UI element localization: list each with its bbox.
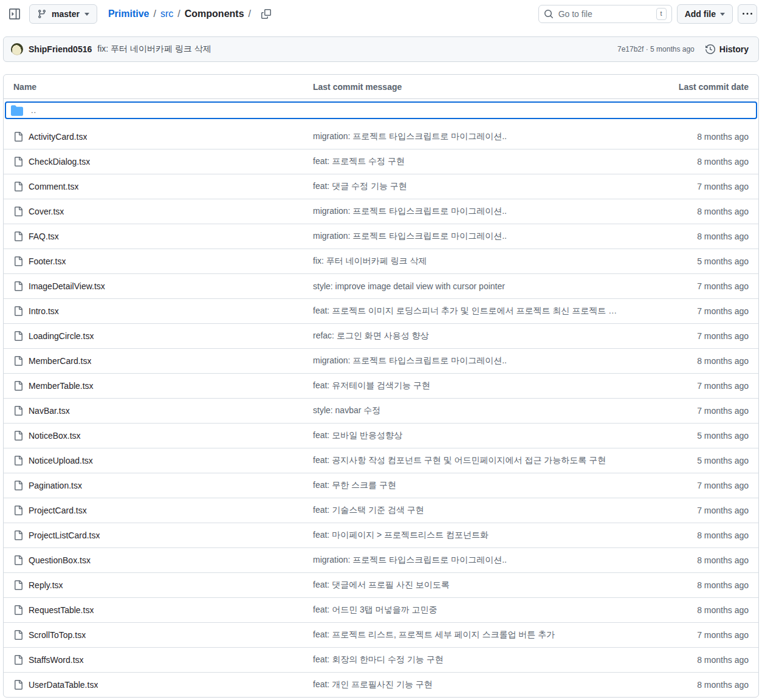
file-name-link[interactable]: StaffsWord.tsx — [29, 655, 84, 665]
table-row[interactable]: FAQ.tsx migration: 프로젝트 타입스크립트로 마이그레이션..… — [4, 224, 758, 249]
table-row[interactable]: ActivityCard.tsx migration: 프로젝트 타입스크립트로… — [4, 124, 758, 149]
table-row[interactable]: StaffsWord.tsx feat: 회장의 한마디 수정 기능 구현 8 … — [4, 647, 758, 672]
table-row[interactable]: CheckDialog.tsx feat: 프로젝트 수정 구현 8 month… — [4, 149, 758, 174]
file-name-link[interactable]: Footer.tsx — [29, 256, 66, 266]
copy-path-button[interactable] — [258, 5, 275, 22]
branch-selector-button[interactable]: master — [29, 4, 97, 24]
parent-directory-row-slot: .. — [4, 99, 758, 124]
more-options-button[interactable] — [738, 4, 757, 24]
row-commit-date: 8 months ago — [639, 680, 749, 690]
table-row[interactable]: MemberTable.tsx feat: 유저테이블 검색기능 구현 7 mo… — [4, 373, 758, 398]
row-commit-date: 5 months ago — [639, 431, 749, 441]
row-commit-message-link[interactable]: style: navbar 수정 — [313, 405, 625, 416]
row-commit-message-link[interactable]: feat: 개인 프로필사진 기능 구현 — [313, 679, 625, 690]
keyboard-shortcut-hint: t — [656, 8, 667, 20]
table-row[interactable]: ScrollToTop.tsx feat: 프로젝트 리스트, 프로젝트 세부 … — [4, 622, 758, 647]
row-commit-message-link[interactable]: feat: 공지사항 작성 컴포넌트 구현 및 어드민페이지에서 접근 가능하도… — [313, 455, 625, 466]
table-row[interactable]: Comment.tsx feat: 댓글 수정 기능 구현 7 months a… — [4, 174, 758, 199]
table-row[interactable]: Footer.tsx fix: 푸터 네이버카페 링크 삭제 5 months … — [4, 249, 758, 273]
file-name-link[interactable]: NoticeUpload.tsx — [29, 456, 93, 465]
file-name-link[interactable]: ScrollToTop.tsx — [29, 630, 86, 640]
row-commit-message-link[interactable]: migration: 프로젝트 타입스크립트로 마이그레이션.. — [313, 206, 625, 217]
row-commit-message-link[interactable]: feat: 마이페이지 > 프로젝트리스트 컴포넌트화 — [313, 530, 625, 541]
avatar[interactable] — [11, 43, 23, 55]
copy-icon — [261, 9, 271, 19]
table-row[interactable]: ProjectListCard.tsx feat: 마이페이지 > 프로젝트리스… — [4, 523, 758, 547]
file-name-link[interactable]: ProjectCard.tsx — [29, 506, 87, 515]
go-to-file-search[interactable]: Go to file t — [538, 5, 672, 23]
file-name-link[interactable]: QuestionBox.tsx — [29, 555, 91, 565]
add-file-button[interactable]: Add file — [677, 4, 733, 24]
breadcrumb-separator: / — [154, 9, 156, 19]
table-row[interactable]: RequestTable.tsx feat: 어드민 3탭 머넣을까 고민중 8… — [4, 597, 758, 622]
table-row[interactable]: Pagination.tsx feat: 무한 스크를 구현 7 months … — [4, 473, 758, 498]
commit-author-link[interactable]: ShipFriend0516 — [29, 44, 92, 54]
file-name-link[interactable]: NoticeBox.tsx — [29, 431, 81, 441]
row-commit-message-link[interactable]: migration: 프로젝트 타입스크립트로 마이그레이션.. — [313, 231, 625, 242]
row-commit-message-link[interactable]: feat: 프로젝트 수정 구현 — [313, 156, 625, 167]
file-name-link[interactable]: Reply.tsx — [29, 580, 63, 590]
row-commit-message-link[interactable]: feat: 댓글 수정 기능 구현 — [313, 181, 625, 192]
file-name-link[interactable]: ImageDetailView.tsx — [29, 281, 105, 291]
parent-directory-row[interactable]: .. — [5, 101, 757, 119]
folder-icon — [11, 105, 23, 117]
row-commit-date: 8 months ago — [639, 232, 749, 241]
row-commit-message-link[interactable]: migration: 프로젝트 타입스크립트로 마이그레이션.. — [313, 355, 625, 366]
file-name-link[interactable]: RequestTable.tsx — [29, 605, 94, 615]
row-commit-message-link[interactable]: fix: 푸터 네이버카페 링크 삭제 — [313, 256, 625, 267]
table-row[interactable]: NoticeBox.tsx feat: 모바일 반응성향상 5 months a… — [4, 423, 758, 448]
column-header-last-commit-message: Last commit message — [313, 82, 639, 92]
table-row[interactable]: QuestionBox.tsx migration: 프로젝트 타입스크립트로 … — [4, 547, 758, 572]
table-row[interactable]: Intro.tsx feat: 프로젝트 이미지 로딩스피너 추가 및 인트로에… — [4, 298, 758, 323]
column-header-name: Name — [13, 82, 313, 92]
row-commit-message-link[interactable]: feat: 프로젝트 이미지 로딩스피너 추가 및 인트로에서 프로젝트 최신 … — [313, 306, 625, 317]
file-name-link[interactable]: CheckDialog.tsx — [29, 157, 90, 166]
commit-sha-and-time[interactable]: 7e17b2f · 5 months ago — [617, 45, 695, 53]
git-branch-icon — [37, 9, 47, 19]
file-name-link[interactable]: MemberTable.tsx — [29, 381, 94, 391]
file-name-link[interactable]: NavBar.tsx — [29, 406, 70, 416]
file-name-link[interactable]: Pagination.tsx — [29, 481, 82, 490]
row-commit-message-link[interactable]: migration: 프로젝트 타입스크립트로 마이그레이션.. — [313, 131, 625, 142]
file-name-link[interactable]: FAQ.tsx — [29, 232, 59, 241]
row-commit-message-link[interactable]: style: improve image detail view with cu… — [313, 281, 625, 291]
table-row[interactable]: NoticeUpload.tsx feat: 공지사항 작성 컴포넌트 구현 및… — [4, 448, 758, 473]
table-row[interactable]: UserDataTable.tsx feat: 개인 프로필사진 기능 구현 8… — [4, 672, 758, 697]
history-button[interactable]: History — [705, 44, 749, 54]
repo-toolbar: master Primitive / src / Components / Go… — [0, 0, 762, 24]
breadcrumb-repo-link[interactable]: Primitive — [108, 9, 149, 19]
file-name-link[interactable]: UserDataTable.tsx — [29, 680, 98, 690]
row-commit-message-link[interactable]: feat: 어드민 3탭 머넣을까 고민중 — [313, 605, 625, 616]
row-commit-message-link[interactable]: feat: 모바일 반응성향상 — [313, 430, 625, 441]
breadcrumb-src-link[interactable]: src — [160, 9, 173, 19]
commit-message-link[interactable]: fix: 푸터 네이버카페 링크 삭제 — [97, 44, 211, 55]
expand-sidebar-button[interactable] — [5, 4, 24, 24]
parent-directory-link[interactable]: .. — [31, 106, 36, 114]
file-name-link[interactable]: Intro.tsx — [29, 306, 59, 316]
file-icon — [13, 356, 23, 366]
file-name-link[interactable]: ProjectListCard.tsx — [29, 530, 100, 540]
file-name-link[interactable]: ActivityCard.tsx — [29, 132, 87, 142]
row-commit-message-link[interactable]: feat: 댓글에서 프로필 사진 보이도록 — [313, 580, 625, 591]
table-row[interactable]: LoadingCircle.tsx refac: 로그인 화면 사용성 향상 7… — [4, 323, 758, 348]
row-commit-message-link[interactable]: feat: 무한 스크를 구현 — [313, 480, 625, 491]
table-row[interactable]: ProjectCard.tsx feat: 기술스택 기준 검색 구현 7 mo… — [4, 498, 758, 523]
file-name-link[interactable]: MemberCard.tsx — [29, 356, 91, 366]
column-header-last-commit-date: Last commit date — [639, 82, 749, 92]
table-row[interactable]: ImageDetailView.tsx style: improve image… — [4, 273, 758, 298]
table-row[interactable]: MemberCard.tsx migration: 프로젝트 타입스크립트로 마… — [4, 348, 758, 373]
row-commit-message-link[interactable]: feat: 프로젝트 리스트, 프로젝트 세부 페이지 스크롤업 버튼 추가 — [313, 630, 625, 640]
row-commit-message-link[interactable]: migration: 프로젝트 타입스크립트로 마이그레이션.. — [313, 555, 625, 566]
table-row[interactable]: NavBar.tsx style: navbar 수정 7 months ago — [4, 398, 758, 423]
table-row[interactable]: Reply.tsx feat: 댓글에서 프로필 사진 보이도록 8 month… — [4, 572, 758, 597]
row-commit-message-link[interactable]: refac: 로그인 화면 사용성 향상 — [313, 331, 625, 341]
table-row[interactable]: Cover.tsx migration: 프로젝트 타입스크립트로 마이그레이션… — [4, 199, 758, 224]
file-icon — [13, 580, 23, 590]
row-commit-message-link[interactable]: feat: 기술스택 기준 검색 구현 — [313, 505, 625, 516]
file-rows-container: ActivityCard.tsx migration: 프로젝트 타입스크립트로… — [4, 124, 758, 697]
file-name-link[interactable]: Comment.tsx — [29, 182, 78, 191]
row-commit-message-link[interactable]: feat: 회장의 한마디 수정 기능 구현 — [313, 654, 625, 665]
file-name-link[interactable]: Cover.tsx — [29, 207, 64, 216]
file-name-link[interactable]: LoadingCircle.tsx — [29, 331, 94, 341]
row-commit-message-link[interactable]: feat: 유저테이블 검색기능 구현 — [313, 380, 625, 391]
